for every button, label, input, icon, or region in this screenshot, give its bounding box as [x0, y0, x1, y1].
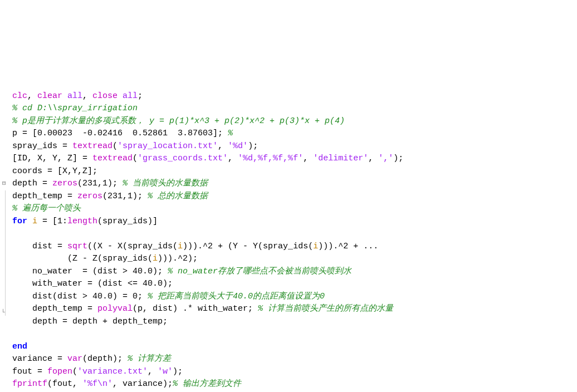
gutter: ⊟└ [3, 52, 10, 392]
code-lines: clc, clear all, close all;% cd D:\\spray… [12, 90, 573, 393]
code-token: % 总的水量数据 [148, 192, 208, 201]
code-token: ); [248, 141, 258, 151]
code-token: p = [0.00023 -0.02416 0.52861 3.87603]; [12, 129, 228, 138]
code-token: var [67, 354, 82, 364]
code-token: spray_ids = [12, 141, 72, 151]
code-token: coords = [X,Y,Z]; [12, 166, 97, 176]
fold-end-mark: └ [1, 310, 7, 316]
code-token: [ID, X, Y, Z] = [12, 154, 92, 163]
code-token: close [92, 91, 123, 101]
code-token: zeros [52, 179, 77, 188]
code-token: i [313, 242, 318, 251]
code-line: % cd D:\\spray_irrigation [12, 102, 573, 115]
code-token: '%d' [228, 141, 248, 151]
code-token: depth = [12, 179, 52, 188]
code-line: variance = var(depth); % 计算方差 [12, 353, 573, 366]
code-token: fprintf [12, 379, 47, 389]
code-token: (231,1); [77, 179, 123, 188]
code-token: ( [72, 367, 77, 376]
code-token: end [12, 342, 27, 351]
code-token: textread [72, 141, 113, 151]
code-token: ',' [378, 154, 393, 163]
code-line: no_water = (dist > 40.0); % no_water存放了哪… [12, 266, 573, 278]
code-token: % 把距离当前喷头大于40.0的点距离值设置为0 [148, 292, 325, 301]
code-token [27, 217, 32, 226]
code-token: % no_water存放了哪些点不会被当前喷头喷到水 [168, 267, 351, 276]
code-token: no_water = (dist > 40.0); [12, 267, 168, 276]
code-token: % 遍历每一个喷头 [12, 204, 81, 213]
code-line: dist = sqrt((X - X(spray_ids(i))).^2 + (… [12, 241, 573, 253]
code-line: end [12, 341, 573, 354]
code-token: % 计算方差 [128, 354, 171, 364]
code-line: fprintf(fout, '%f\n', variance);% 输出方差到文… [12, 378, 573, 391]
code-token: 'delimiter' [313, 154, 368, 163]
code-token: clear [37, 91, 67, 101]
code-token: sqrt [67, 242, 87, 251]
code-token: i [153, 254, 158, 263]
code-token: ( [133, 154, 138, 163]
code-token: depth_temp = [12, 192, 77, 201]
code-line: % 遍历每一个喷头 [12, 203, 573, 215]
code-token [12, 329, 32, 339]
code-token: ); [173, 367, 183, 376]
code-token: clc [12, 91, 27, 101]
code-token: % 计算当前喷头产生的所有点的水量 [258, 304, 393, 313]
code-token: , [148, 367, 158, 376]
code-token: length [67, 217, 97, 226]
code-token: (depth); [82, 354, 128, 364]
fold-guide-line [5, 190, 6, 316]
code-line: p = [0.00023 -0.02416 0.52861 3.87603]; … [12, 128, 573, 140]
code-token: fopen [47, 367, 72, 376]
code-line [12, 328, 573, 341]
code-token: , [303, 154, 313, 163]
code-token: % 输出方差到文件 [173, 379, 241, 389]
code-token: ); [393, 154, 403, 163]
code-token: variance = [12, 354, 67, 364]
code-token: polyval [97, 304, 133, 313]
code-line: (Z - Z(spray_ids(i))).^2); [12, 253, 573, 266]
code-token: (Z - Z(spray_ids( [12, 254, 153, 263]
code-token: % p是用于计算水量的多项式系数， y = p(1)*x^3 + p(2)*x^… [12, 116, 345, 126]
code-token: with_water = (dist <= 40.0); [12, 279, 173, 288]
code-line: spray_ids = textread('spray_location.txt… [12, 140, 573, 153]
code-token: , [82, 91, 92, 101]
code-editor[interactable]: ⊟└ clc, clear all, close all;% cd D:\\sp… [4, 52, 573, 392]
code-token: 'grass_coords.txt' [138, 154, 228, 163]
code-token: fout = [12, 367, 47, 376]
code-line: depth = zeros(231,1); % 当前喷头的水量数据 [12, 178, 573, 190]
code-token: = [1: [37, 217, 67, 226]
code-token: ((X - X(spray_ids( [87, 242, 178, 251]
code-line [12, 228, 573, 241]
code-token: '%d,%f,%f,%f' [238, 154, 303, 163]
code-token: '%f\n' [82, 379, 113, 389]
code-line: for i = [1:length(spray_ids)] [12, 215, 573, 228]
code-token: textread [92, 154, 133, 163]
code-token: 'variance.txt' [77, 367, 148, 376]
code-token: , variance); [113, 379, 173, 389]
code-line: clc, clear all, close all; [12, 90, 573, 103]
code-line: depth_temp = polyval(p, dist) .* with_wa… [12, 303, 573, 316]
code-line: with_water = (dist <= 40.0); [12, 278, 573, 291]
fold-collapse-icon[interactable]: ⊟ [2, 180, 8, 187]
code-line: depth = depth + depth_temp; [12, 316, 573, 329]
code-token: (fout, [47, 379, 82, 389]
code-token: for [12, 217, 27, 226]
code-token: (p, dist) .* with_water; [133, 304, 258, 313]
code-token: dist(dist > 40.0) = 0; [12, 292, 148, 301]
code-token: (spray_ids)] [97, 217, 158, 226]
code-token: all [123, 91, 138, 101]
code-token: dist = [12, 242, 67, 251]
code-line: % p是用于计算水量的多项式系数， y = p(1)*x^3 + p(2)*x^… [12, 115, 573, 128]
code-token: depth = depth + depth_temp; [12, 317, 168, 326]
code-line: fout = fopen('variance.txt', 'w'); [12, 366, 573, 379]
code-token: i [178, 242, 183, 251]
code-token: ))).^2); [158, 254, 198, 263]
code-token: ))).^2 + (Y - Y(spray_ids( [183, 242, 313, 251]
code-token: 'spray_location.txt' [118, 141, 218, 151]
code-token: , [218, 141, 228, 151]
code-token: all [67, 91, 82, 101]
code-token: , [368, 154, 378, 163]
code-token: depth_temp = [12, 304, 97, 313]
code-token: , [27, 91, 37, 101]
code-line: dist(dist > 40.0) = 0; % 把距离当前喷头大于40.0的点… [12, 291, 573, 303]
